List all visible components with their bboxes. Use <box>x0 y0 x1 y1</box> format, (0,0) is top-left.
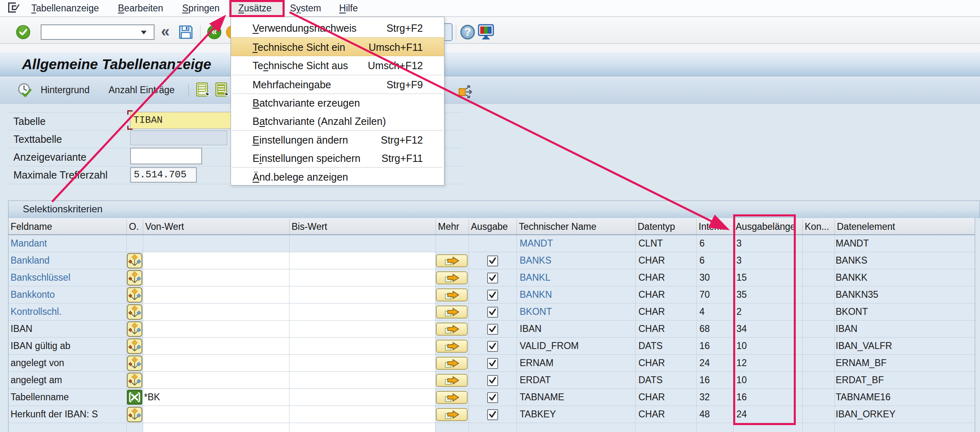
svg-text:«: « <box>211 26 217 37</box>
svg-text:?: ? <box>464 26 471 38</box>
